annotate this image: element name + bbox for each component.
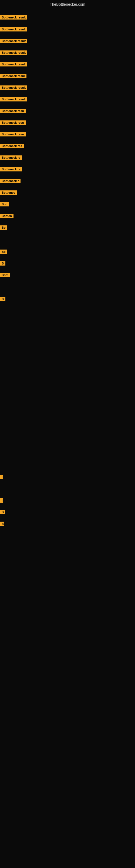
bottleneck-result-badge: Bottleneck result (0, 15, 27, 20)
bottleneck-result-badge: B (0, 297, 5, 301)
bottleneck-result-badge: Bo (0, 250, 7, 254)
bottleneck-result-badge: Bottleneck re (0, 155, 22, 160)
bottleneck-result-badge: Bottleneck result (0, 86, 27, 90)
bottleneck-result-badge: Bottleneck resul (0, 74, 27, 78)
bottleneck-result-badge: Bottleneck resu (0, 109, 26, 113)
site-title: TheBottlenecker.com (0, 0, 135, 9)
bottleneck-result-badge: Bott (0, 202, 9, 207)
bottleneck-result-badge: Bottleneck resu (0, 132, 26, 136)
bottleneck-result-badge: B (0, 261, 5, 266)
bottleneck-result-badge: Bottleneck r (0, 179, 20, 183)
bottleneck-result-badge: Bottleneck re (0, 167, 22, 172)
bottleneck-result-badge: Bottleneck result (0, 51, 27, 55)
bottleneck-result-badge: Bottleneck res (0, 144, 24, 148)
bottleneck-result-badge: Bo (0, 225, 7, 230)
bottleneck-result-badge: Bottleneck resu (0, 120, 26, 125)
bottleneck-result-badge: B (0, 510, 5, 514)
bottleneck-result-badge: Bottlen (0, 214, 13, 218)
bottleneck-result-badge: Bottleneck result (0, 27, 27, 31)
bottleneck-result-badge: Bottleneck result (0, 62, 27, 66)
bottleneck-result-badge: Bottleneck result (0, 97, 27, 101)
bottleneck-result-badge: B (0, 522, 4, 526)
bottleneck-result-badge: | (0, 498, 3, 503)
bottleneck-result-badge: Bottl (0, 273, 10, 277)
bottleneck-result-badge: | (0, 475, 3, 479)
bottleneck-result-badge: Bottlenec (0, 190, 17, 195)
bottleneck-result-badge: Bottleneck result (0, 39, 27, 43)
